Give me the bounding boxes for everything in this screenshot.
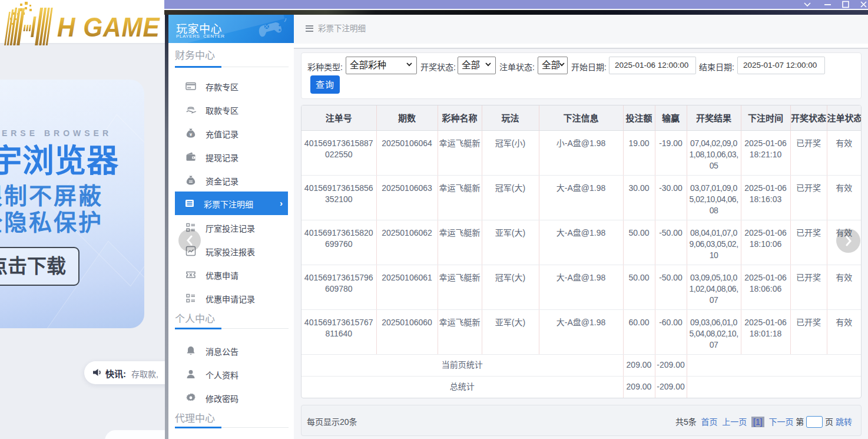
svg-text:¥: ¥	[190, 132, 193, 137]
svg-text:H GAME: H GAME	[57, 12, 160, 42]
